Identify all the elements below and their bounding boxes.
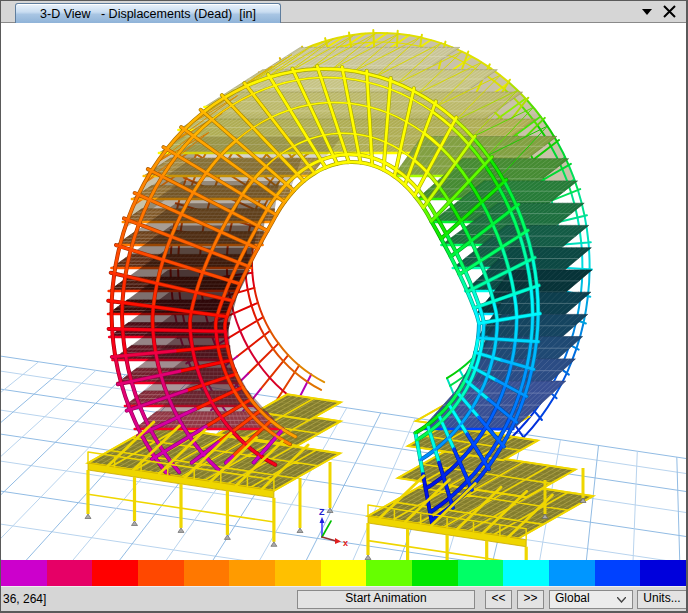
svg-text:Z: Z [319, 507, 325, 517]
svg-text:x: x [343, 538, 348, 548]
